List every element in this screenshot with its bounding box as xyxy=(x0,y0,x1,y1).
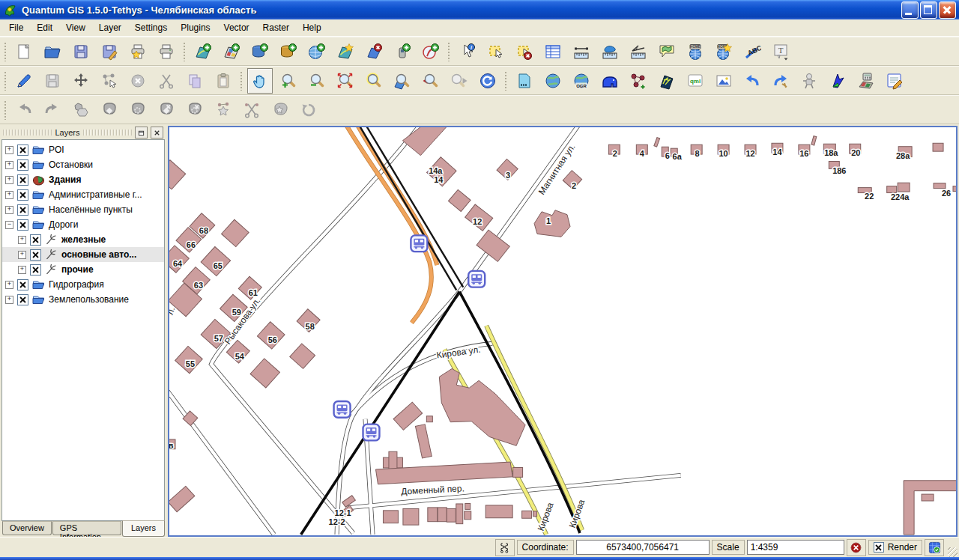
layer-item-prochie[interactable]: +прочие xyxy=(2,262,164,277)
maximize-button[interactable] xyxy=(920,1,937,19)
identify-features-button[interactable]: i xyxy=(455,39,480,64)
grass-tools-button[interactable] xyxy=(654,68,680,94)
layer-item-zheleznye[interactable]: +железные xyxy=(2,232,164,247)
new-project-button[interactable] xyxy=(11,39,37,64)
layer-visibility-checkbox[interactable] xyxy=(17,219,28,231)
coordinate-input[interactable] xyxy=(576,540,710,555)
add-raster-layer-button[interactable] xyxy=(219,39,244,64)
add-wms-layer-button[interactable] xyxy=(304,39,330,64)
stop-rendering-button[interactable] xyxy=(847,539,866,556)
render-checkbox[interactable] xyxy=(874,542,884,553)
mapserver-export-button[interactable] xyxy=(512,68,537,94)
north-arrow-button[interactable] xyxy=(825,68,850,94)
expander-icon[interactable]: + xyxy=(18,266,26,274)
new-shapefile-layer-button[interactable] xyxy=(333,39,358,64)
menu-edit[interactable]: Edit xyxy=(30,20,59,35)
merge-features-button[interactable] xyxy=(267,97,293,123)
pan-map-button[interactable] xyxy=(247,68,273,94)
text-annotation-button[interactable]: T xyxy=(768,39,793,64)
menu-raster[interactable]: Raster xyxy=(256,20,296,35)
title-bar[interactable]: Quantum GIS 1.5.0-Tethys - Челябинская о… xyxy=(0,0,959,19)
zoom-in-button[interactable] xyxy=(276,68,301,94)
extents-toggle-button[interactable] xyxy=(495,539,515,556)
new-print-composer-button[interactable] xyxy=(125,39,151,64)
map-canvas[interactable]: Магнитная ул.Кирова ул.Рысакова ул.Домен… xyxy=(169,127,956,535)
road-graph-button[interactable] xyxy=(626,68,651,94)
expander-icon[interactable]: + xyxy=(5,296,13,304)
split-features-button[interactable] xyxy=(239,97,264,123)
qml-style-tool-button[interactable]: qml xyxy=(683,68,708,94)
layer-visibility-checkbox[interactable] xyxy=(30,249,41,261)
zoom-full-button[interactable] xyxy=(333,68,358,94)
image-export-button[interactable] xyxy=(711,68,736,94)
layers-panel-header[interactable]: Layers xyxy=(1,126,165,139)
select-features-button[interactable] xyxy=(483,39,509,64)
new-bookmark-button[interactable]: HOME xyxy=(683,39,708,64)
undo-button[interactable] xyxy=(11,97,37,123)
layer-item-naselennye-punkty[interactable]: +Населённые пункты xyxy=(2,202,164,217)
paste-features-button[interactable] xyxy=(211,68,236,94)
dock-tab-layers[interactable]: Layers xyxy=(122,520,165,537)
save-project-button[interactable] xyxy=(68,39,94,64)
delete-ring-button[interactable] xyxy=(154,97,179,123)
toolbar-handle[interactable] xyxy=(447,42,451,61)
expander-icon[interactable]: + xyxy=(18,236,26,244)
measure-area-button[interactable] xyxy=(597,39,623,64)
open-project-button[interactable] xyxy=(40,39,65,64)
toolbar-handle[interactable] xyxy=(504,71,508,91)
expander-icon[interactable]: + xyxy=(5,281,13,289)
copy-features-button[interactable] xyxy=(182,68,208,94)
layer-item-ostanovki[interactable]: +Остановки xyxy=(2,157,164,172)
expander-icon[interactable]: + xyxy=(5,161,13,169)
delete-selected-button[interactable] xyxy=(125,68,151,94)
menu-help[interactable]: Help xyxy=(296,20,328,35)
layer-item-poi[interactable]: +POI xyxy=(2,142,164,157)
layer-visibility-checkbox[interactable] xyxy=(17,279,28,290)
open-attribute-table-button[interactable] xyxy=(540,39,566,64)
postgis-manager-button[interactable] xyxy=(597,68,623,94)
dock-tab-gps-information[interactable]: GPS Information xyxy=(52,521,121,535)
plugin-undo-arrow-button[interactable] xyxy=(739,68,765,94)
menu-file[interactable]: File xyxy=(2,20,30,35)
layer-item-dorogi[interactable]: −Дороги xyxy=(2,217,164,232)
label-annotation-button[interactable]: ABC xyxy=(739,39,765,64)
refresh-map-button[interactable] xyxy=(475,68,500,94)
layer-visibility-checkbox[interactable] xyxy=(17,189,28,201)
zoom-out-button[interactable] xyxy=(304,68,330,94)
save-edits-button[interactable] xyxy=(40,68,65,94)
move-feature-button[interactable] xyxy=(68,68,94,94)
minimize-button[interactable] xyxy=(901,1,919,19)
scale-input[interactable] xyxy=(747,540,844,555)
print-composer-manager-button[interactable] xyxy=(154,39,179,64)
expander-icon[interactable]: + xyxy=(5,146,13,154)
zoom-last-button[interactable] xyxy=(418,68,444,94)
close-button[interactable] xyxy=(939,1,956,19)
add-vector-layer-button[interactable] xyxy=(190,39,216,64)
menu-view[interactable]: View xyxy=(59,20,92,35)
interpolation-tool-button[interactable] xyxy=(796,68,822,94)
map-tips-button[interactable] xyxy=(654,39,680,64)
expander-icon[interactable]: + xyxy=(18,251,26,259)
toolbar-handle[interactable] xyxy=(4,71,7,91)
expander-icon[interactable]: + xyxy=(5,191,13,199)
expander-icon[interactable]: + xyxy=(5,206,13,214)
save-project-as-button[interactable] xyxy=(97,39,122,64)
layer-visibility-checkbox[interactable] xyxy=(17,144,28,156)
annotation-editor-button[interactable] xyxy=(882,68,907,94)
menu-vector[interactable]: Vector xyxy=(217,20,256,35)
add-postgis-layer-button[interactable] xyxy=(247,39,273,64)
layer-item-administrativnye[interactable]: +Административные г... xyxy=(2,187,164,202)
toolbar-handle[interactable] xyxy=(4,100,7,120)
zoom-to-selection-button[interactable] xyxy=(361,68,387,94)
deselect-features-button[interactable] xyxy=(512,39,537,64)
rotate-point-symbols-button[interactable] xyxy=(296,97,321,123)
zoom-next-button[interactable] xyxy=(447,68,472,94)
render-toggle[interactable]: Render xyxy=(868,540,922,555)
raster-calculator-button[interactable] xyxy=(853,68,879,94)
layer-visibility-checkbox[interactable] xyxy=(17,174,28,186)
remove-layer-button[interactable] xyxy=(361,39,387,64)
toggle-editing-button[interactable] xyxy=(11,68,37,94)
toolbar-handle[interactable] xyxy=(183,42,187,61)
layer-visibility-checkbox[interactable] xyxy=(17,159,28,171)
add-gpx-layer-button[interactable] xyxy=(390,39,415,64)
